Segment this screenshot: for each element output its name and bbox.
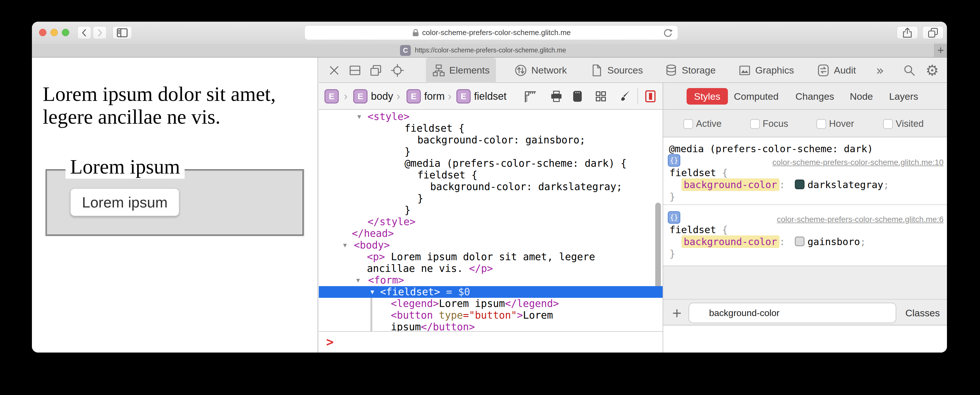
tree-row[interactable]: background-color: darkslategray;: [319, 181, 663, 193]
css-property-row[interactable]: background-color: darkslategray;: [663, 179, 947, 191]
tree-row[interactable]: fieldset {: [319, 123, 663, 134]
zoom-window-button[interactable]: [62, 29, 69, 36]
css-rules-list: @media (prefers-color-scheme: dark) {} c…: [663, 137, 947, 266]
url-field[interactable]: color-scheme-prefers-color-scheme.glitch…: [305, 25, 678, 40]
tab-network[interactable]: Network: [514, 57, 567, 83]
tab-bar: C https://color-scheme-prefers-color-sch…: [32, 44, 947, 57]
tab-computed[interactable]: Computed: [734, 83, 779, 110]
tree-row[interactable]: ▼<body>: [319, 239, 663, 251]
disclosure-triangle-icon[interactable]: ▼: [369, 286, 375, 298]
disclosure-triangle-icon[interactable]: ▼: [342, 239, 348, 251]
css-property-row[interactable]: background-color: gainsboro;: [663, 236, 947, 248]
tab-audit[interactable]: Audit: [817, 57, 856, 83]
console-bar[interactable]: >: [319, 331, 663, 352]
close-window-button[interactable]: [39, 29, 46, 36]
styles-filter-input[interactable]: [689, 303, 896, 323]
tree-row[interactable]: ipsum</button>: [319, 321, 663, 331]
tree-row[interactable]: </style>: [319, 216, 663, 228]
tree-row[interactable]: @media (prefers-color-scheme: dark) {: [319, 158, 663, 169]
tree-row[interactable]: }: [319, 146, 663, 158]
search-button[interactable]: [903, 57, 916, 83]
breadcrumb-body-badge[interactable]: E: [353, 89, 368, 104]
back-button[interactable]: [78, 26, 91, 39]
breadcrumb-form-badge[interactable]: E: [407, 89, 421, 104]
grid-overlay-button[interactable]: [594, 89, 608, 103]
more-tabs-button[interactable]: »: [876, 57, 884, 83]
edit-styles-button[interactable]: [618, 89, 632, 103]
tree-row[interactable]: ▼<style>: [319, 111, 663, 123]
disclosure-triangle-icon[interactable]: ▼: [355, 274, 361, 286]
classes-button[interactable]: Classes: [905, 299, 940, 327]
tree-row[interactable]: background-color: gainsboro;: [319, 134, 663, 146]
tree-row-code: <fieldset> = $0: [380, 286, 470, 298]
tree-row-code: }: [404, 204, 410, 216]
tab-layers[interactable]: Layers: [889, 83, 918, 110]
reload-button[interactable]: [662, 28, 673, 40]
print-styles-button[interactable]: [550, 89, 563, 103]
code-token-plain: fieldset {: [417, 169, 477, 181]
tab-sources[interactable]: Sources: [590, 57, 643, 83]
inspect-element-button[interactable]: [391, 57, 404, 83]
tab-node[interactable]: Node: [850, 83, 873, 110]
tree-row[interactable]: }: [319, 193, 663, 204]
settings-button[interactable]: ⚙: [926, 57, 939, 83]
rule-selector[interactable]: fieldset {: [663, 224, 947, 236]
tree-row-selected[interactable]: ▼<fieldset> = $0: [319, 286, 663, 298]
checkbox-hover[interactable]: [816, 119, 826, 129]
breadcrumb-html-badge[interactable]: E: [325, 89, 339, 104]
checkbox-visited[interactable]: [883, 119, 893, 129]
dock-side-button[interactable]: [348, 57, 361, 83]
tab-graphics[interactable]: Graphics: [738, 57, 794, 83]
checkbox-active[interactable]: [683, 119, 693, 129]
tree-row[interactable]: <p> Lorem ipsum dolor sit amet, legere: [319, 251, 663, 263]
add-rule-button[interactable]: +: [668, 300, 686, 326]
force-appearance-button[interactable]: [571, 89, 584, 103]
stylesheet-icon[interactable]: {}: [668, 154, 680, 167]
network-icon: [514, 64, 527, 77]
lock-icon: [412, 28, 419, 37]
tab-changes[interactable]: Changes: [795, 83, 834, 110]
new-tab-button[interactable]: +: [934, 44, 947, 57]
styles-sidebar: Styles Computed Changes Node Layers Acti…: [663, 83, 947, 352]
elements-icon: [432, 64, 445, 77]
force-appearance-icon: [571, 89, 584, 103]
tree-row[interactable]: <legend>Lorem ipsum</legend>: [319, 298, 663, 309]
breadcrumb-fieldset-label[interactable]: fieldset: [474, 83, 506, 110]
tree-row-code: </style>: [368, 216, 416, 228]
color-swatch[interactable]: [795, 180, 805, 189]
close-inspector-button[interactable]: [328, 57, 341, 83]
page-button[interactable]: Lorem ipsum: [70, 188, 180, 216]
color-swatch[interactable]: [795, 237, 805, 246]
breadcrumb-fieldset-badge[interactable]: E: [457, 89, 471, 104]
sidebar-toggle-button[interactable]: [113, 26, 132, 39]
stylesheet-icon[interactable]: {}: [668, 211, 680, 224]
element-selection-button[interactable]: [644, 89, 657, 103]
code-token-tag: <legend>: [391, 298, 439, 309]
tab-title: https://color-scheme-prefers-color-schem…: [415, 46, 566, 54]
breadcrumb-form-label[interactable]: form: [424, 83, 445, 110]
checkbox-focus[interactable]: [750, 119, 760, 129]
tree-row[interactable]: </head>: [319, 228, 663, 239]
tree-row[interactable]: ancillae ne vis. </p>: [319, 263, 663, 274]
tree-row[interactable]: fieldset {: [319, 169, 663, 181]
code-token-eq: =: [463, 309, 469, 321]
minimize-window-button[interactable]: [51, 29, 58, 36]
tab-overview-button[interactable]: [923, 26, 943, 39]
detach-inspector-button[interactable]: [369, 57, 382, 83]
tree-row[interactable]: }: [319, 204, 663, 216]
share-button[interactable]: [897, 26, 918, 39]
tree-row-code: }: [404, 146, 410, 158]
rule-selector[interactable]: fieldset {: [663, 167, 947, 179]
tab-audit-label: Audit: [834, 65, 856, 76]
tab-storage[interactable]: Storage: [665, 57, 716, 83]
show-rulers-button[interactable]: [523, 89, 537, 103]
tree-row[interactable]: ▼<form>: [319, 274, 663, 286]
browser-tab[interactable]: C https://color-scheme-prefers-color-sch…: [32, 44, 934, 57]
checkbox-focus-label: Focus: [763, 110, 788, 137]
forward-button[interactable]: [93, 26, 107, 39]
tab-styles[interactable]: Styles: [687, 88, 728, 105]
tree-row[interactable]: <button type="button">Lorem: [319, 309, 663, 321]
breadcrumb-body-label[interactable]: body: [371, 83, 393, 110]
disclosure-triangle-icon[interactable]: ▼: [356, 111, 363, 123]
tab-elements[interactable]: Elements: [426, 57, 496, 83]
